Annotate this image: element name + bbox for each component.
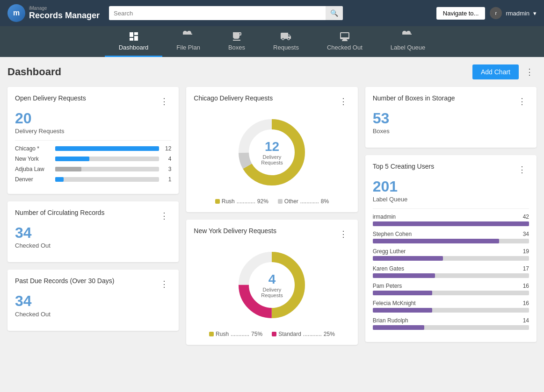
right-column: Number of Boxes in Storage ⋮ 53 Boxes To…	[365, 87, 537, 345]
tab-file-plan[interactable]: File Plan	[162, 26, 214, 57]
user-bar-irmadmin: irmadmin 42	[373, 214, 529, 226]
page-title: Dashboard	[7, 66, 61, 78]
circulating-subtitle: Checked Out	[15, 242, 171, 249]
left-column: Open Delivery Requests ⋮ 20 Delivery Req…	[7, 87, 179, 345]
circulating-title: Number of Circulating Records	[15, 209, 104, 216]
chicago-donut-center: 12 Delivery Requests	[253, 139, 290, 165]
user-bar-brian: Brian Rudolph 14	[373, 317, 529, 330]
past-due-header: Past Due Records (Over 30 Days) ⋮	[15, 277, 171, 291]
top-users-header: Top 5 Creating Users ⋮	[373, 163, 529, 177]
newyork-donut-center: 4 Delivery Requests	[253, 272, 290, 298]
chicago-donut-legend: Rush ............ 92% Other ............…	[215, 198, 329, 205]
page-actions: Add Chart ⋮	[472, 64, 537, 79]
circulating-more-button[interactable]: ⋮	[157, 209, 171, 223]
newyork-donut-wrapper: 4 Delivery Requests Rush ............ 75…	[194, 243, 350, 337]
tab-boxes[interactable]: Boxes	[214, 26, 259, 57]
boxes-storage-subtitle: Boxes	[373, 128, 529, 135]
past-due-more-button[interactable]: ⋮	[157, 277, 171, 291]
newyork-delivery-title: New York Delivery Requests	[194, 227, 276, 235]
boxes-storage-more-button[interactable]: ⋮	[515, 94, 529, 108]
search-input[interactable]	[109, 7, 326, 20]
page-more-button[interactable]: ⋮	[522, 65, 537, 79]
circulating-number: 34	[15, 225, 171, 241]
user-bar-gregg: Gregg Luther 19	[373, 248, 529, 261]
past-due-card: Past Due Records (Over 30 Days) ⋮ 34 Che…	[7, 270, 179, 330]
mid-column: Chicago Delivery Requests ⋮	[186, 87, 357, 345]
circulating-header: Number of Circulating Records ⋮	[15, 209, 171, 223]
chicago-delivery-more-button[interactable]: ⋮	[336, 94, 350, 108]
logo-area: m iManage Records Manager	[7, 4, 100, 22]
open-delivery-card: Open Delivery Requests ⋮ 20 Delivery Req…	[7, 87, 179, 194]
page-content: Dashboard Add Chart ⋮ Open Delivery Requ…	[0, 57, 544, 352]
app-header: m iManage Records Manager 🔍 Navigate to.…	[0, 0, 544, 26]
chicago-delivery-header: Chicago Delivery Requests ⋮	[194, 94, 350, 108]
open-delivery-bars: Chicago * 12 New York 4 Ad	[15, 145, 171, 183]
avatar: r	[490, 7, 502, 19]
open-delivery-header: Open Delivery Requests ⋮	[15, 94, 171, 108]
user-bar-pam: Pam Peters 16	[373, 283, 529, 295]
user-bar-felecia: Felecia McKnight 16	[373, 300, 529, 313]
past-due-title: Past Due Records (Over 30 Days)	[15, 277, 114, 285]
boxes-storage-number: 53	[373, 110, 529, 127]
open-delivery-number: 20	[15, 110, 171, 127]
logo-icon: m	[7, 4, 25, 22]
tab-dashboard[interactable]: Dashboard	[105, 26, 163, 57]
circulating-card: Number of Circulating Records ⋮ 34 Check…	[7, 201, 179, 262]
top-users-bars: irmadmin 42 Stephen Cohen 34	[373, 214, 529, 330]
open-delivery-title: Open Delivery Requests	[15, 94, 86, 102]
search-button[interactable]: 🔍	[326, 6, 343, 20]
dashboard-grid: Open Delivery Requests ⋮ 20 Delivery Req…	[7, 87, 537, 345]
nav-right: Navigate to... r rmadmin ▾	[436, 7, 537, 20]
navigate-button[interactable]: Navigate to...	[436, 7, 486, 20]
boxes-storage-card: Number of Boxes in Storage ⋮ 53 Boxes	[365, 87, 537, 148]
bar-row-adjuba: Adjuba Law 3	[15, 166, 171, 172]
newyork-delivery-header: New York Delivery Requests ⋮	[194, 227, 350, 241]
chicago-delivery-title: Chicago Delivery Requests	[194, 94, 273, 102]
app-name: iManage Records Manager	[29, 6, 100, 21]
newyork-delivery-more-button[interactable]: ⋮	[336, 227, 350, 241]
newyork-delivery-card: New York Delivery Requests ⋮ 4	[186, 220, 357, 345]
tab-label-queue[interactable]: Label Queue	[377, 26, 439, 57]
search-bar[interactable]: 🔍	[109, 6, 343, 20]
username-label: rmadmin	[506, 10, 529, 17]
nav-tabs: Dashboard File Plan Boxes Requests Check…	[0, 26, 544, 57]
past-due-number: 34	[15, 293, 171, 309]
chicago-delivery-card: Chicago Delivery Requests ⋮	[186, 87, 357, 212]
boxes-storage-title: Number of Boxes in Storage	[373, 94, 455, 102]
top-users-more-button[interactable]: ⋮	[515, 163, 529, 177]
newyork-donut-legend: Rush ............ 75% Standard .........…	[209, 331, 335, 337]
top-users-card: Top 5 Creating Users ⋮ 201 Label Queue i…	[365, 155, 537, 342]
dropdown-icon[interactable]: ▾	[533, 10, 537, 17]
page-header: Dashboard Add Chart ⋮	[7, 64, 537, 79]
user-bar-stephen: Stephen Cohen 34	[373, 231, 529, 243]
top-users-subtitle: Label Queue	[373, 196, 529, 203]
top-users-number: 201	[373, 178, 529, 195]
top-users-title: Top 5 Creating Users	[373, 163, 435, 170]
open-delivery-subtitle: Delivery Requests	[15, 128, 171, 135]
open-delivery-more-button[interactable]: ⋮	[157, 94, 171, 108]
tab-requests[interactable]: Requests	[259, 26, 313, 57]
chicago-donut-wrapper: 12 Delivery Requests Rush ............ 9…	[194, 110, 350, 205]
user-area: r rmadmin ▾	[490, 7, 537, 19]
user-bar-karen: Karen Gates 17	[373, 265, 529, 278]
tab-checked-out[interactable]: Checked Out	[313, 26, 377, 57]
add-chart-button[interactable]: Add Chart	[472, 64, 519, 79]
bar-row-chicago: Chicago * 12	[15, 145, 171, 152]
boxes-storage-header: Number of Boxes in Storage ⋮	[373, 94, 529, 108]
bar-row-newyork: New York 4	[15, 156, 171, 162]
bar-row-denver: Denver 1	[15, 176, 171, 183]
chicago-donut-chart: 12 Delivery Requests	[234, 115, 309, 190]
newyork-donut-chart: 4 Delivery Requests	[234, 248, 309, 322]
past-due-subtitle: Checked Out	[15, 311, 171, 318]
